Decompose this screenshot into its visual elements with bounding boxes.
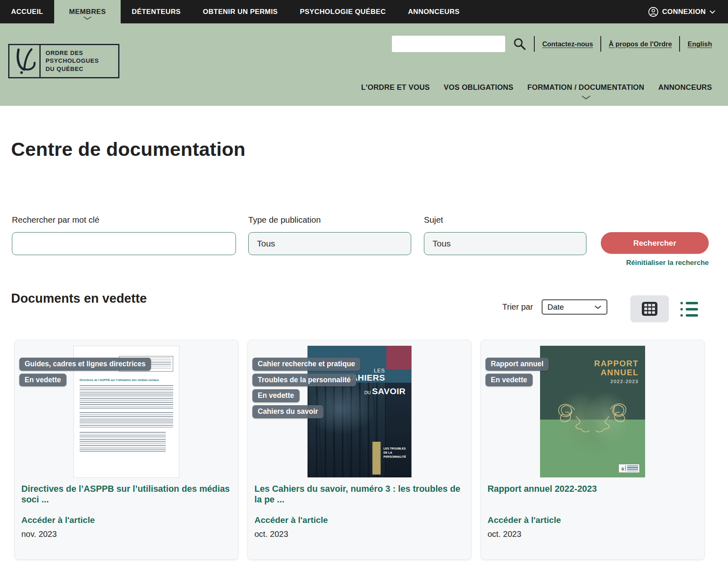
chevron-down-icon xyxy=(709,10,716,14)
access-article-link[interactable]: Accéder à l'article xyxy=(254,515,328,525)
cover-subtitle: LES TROUBLES DE LA PERSONNALITÉ xyxy=(384,447,409,459)
keyword-label: Rechercher par mot clé xyxy=(12,215,99,225)
cover-image-rapport-annuel: RAPPORT ANNUEL 2022-2023 ψ xyxy=(540,346,645,477)
type-select-value: Tous xyxy=(257,239,275,249)
chevron-down-icon xyxy=(83,14,92,22)
tag-badge: Guides, cadres et lignes directrices xyxy=(19,358,151,371)
document-card-cahiers-du-savoir[interactable]: LES CAHIERS DUSAVOIR LES TROUBLES DE LA … xyxy=(247,340,472,560)
subject-select[interactable]: Tous xyxy=(424,232,586,255)
site-header: ORDRE DES PSYCHOLOGUES DU QUÉBEC Contact… xyxy=(0,23,728,106)
keyword-input[interactable] xyxy=(12,232,236,255)
card-date: oct. 2023 xyxy=(488,529,521,539)
logo-line-3: DU QUÉBEC xyxy=(46,65,118,73)
tag-badge: En vedette xyxy=(485,374,533,387)
document-card-rapport-annuel[interactable]: RAPPORT ANNUEL 2022-2023 ψ Rapport annue… xyxy=(481,340,705,560)
page: ACCUEIL MEMBRES DÉTENTEURS OBTENIR UN PE… xyxy=(0,0,728,566)
reset-search-link[interactable]: Réinitialiser la recherche xyxy=(626,259,709,267)
type-select[interactable]: Tous xyxy=(248,232,411,255)
document-cover: RAPPORT ANNUEL 2022-2023 ψ xyxy=(540,346,645,477)
nav-vos-obligations[interactable]: VOS OBLIGATIONS xyxy=(444,83,513,103)
contact-link[interactable]: Contactez-nous xyxy=(542,40,593,48)
nav-ordre-et-vous[interactable]: L'ORDRE ET VOUS xyxy=(361,83,430,103)
access-article-link[interactable]: Accéder à l'article xyxy=(21,515,95,525)
card-date: nov. 2023 xyxy=(21,529,57,539)
sort-select[interactable]: Date xyxy=(542,299,607,315)
tag-badge: Rapport annuel xyxy=(485,358,549,371)
top-bar: ACCUEIL MEMBRES DÉTENTEURS OBTENIR UN PE… xyxy=(0,0,728,23)
card-tags: Cahier recherche et pratique Troubles de… xyxy=(252,358,360,418)
about-link[interactable]: À propos de l'Ordre xyxy=(609,40,672,48)
subject-label: Sujet xyxy=(424,215,443,225)
cover-text-lines xyxy=(80,385,173,409)
type-label: Type de publication xyxy=(248,215,321,225)
opq-mini-logo: ψ xyxy=(619,464,639,472)
card-date: oct. 2023 xyxy=(254,529,288,539)
top-nav-obtenir-permis[interactable]: OBTENIR UN PERMIS xyxy=(192,0,288,23)
header-search-input[interactable] xyxy=(392,36,505,52)
tag-badge: Cahier recherche et pratique xyxy=(252,358,360,371)
list-view-button[interactable] xyxy=(680,302,699,317)
top-nav-accueil[interactable]: ACCUEIL xyxy=(11,0,54,23)
top-nav-membres-active-tab[interactable]: MEMBRES xyxy=(54,0,121,23)
featured-heading: Documents en vedette xyxy=(11,291,147,306)
tag-badge: En vedette xyxy=(252,389,300,402)
top-nav-detenteurs[interactable]: DÉTENTEURS xyxy=(121,0,192,23)
document-card-directives-asppb[interactable]: Directives de l’ASPPB sur l’utilisation … xyxy=(14,340,238,560)
top-nav: ACCUEIL MEMBRES DÉTENTEURS OBTENIR UN PE… xyxy=(0,0,471,23)
tag-badge: Cahiers du savoir xyxy=(252,405,323,418)
grid-view-icon xyxy=(642,302,657,316)
opq-logo-text: ORDRE DES PSYCHOLOGUES DU QUÉBEC xyxy=(41,45,118,77)
cover-gold-strip xyxy=(373,442,381,475)
opq-logo[interactable]: ORDRE DES PSYCHOLOGUES DU QUÉBEC xyxy=(8,44,119,78)
divider xyxy=(534,36,535,52)
divider xyxy=(679,36,680,52)
sort-select-value: Date xyxy=(547,303,564,312)
search-icon[interactable] xyxy=(513,37,527,51)
grid-view-button[interactable] xyxy=(630,295,669,322)
nav-formation-label: FORMATION / DOCUMENTATION xyxy=(527,83,644,91)
header-utility-row: Contactez-nous À propos de l'Ordre Engli… xyxy=(392,36,712,52)
subject-select-value: Tous xyxy=(433,239,451,249)
card-tags: Guides, cadres et lignes directrices En … xyxy=(19,358,151,386)
top-nav-annonceurs[interactable]: ANNONCEURS xyxy=(397,0,471,23)
page-title: Centre de documentation xyxy=(11,138,245,160)
chevron-down-icon xyxy=(594,305,602,309)
logo-line-2: PSYCHOLOGUES xyxy=(46,57,118,65)
connexion-button[interactable]: CONNEXION xyxy=(648,0,728,23)
featured-cards: Directives de l’ASPPB sur l’utilisation … xyxy=(14,340,705,560)
search-button[interactable]: Rechercher xyxy=(601,232,709,254)
person-icon xyxy=(648,7,659,17)
header-nav: L'ORDRE ET VOUS VOS OBLIGATIONS FORMATIO… xyxy=(361,83,712,103)
cover-report-title: RAPPORT ANNUEL 2022-2023 xyxy=(594,359,639,384)
tag-badge: Troubles de la personnalité xyxy=(252,374,356,387)
opq-logo-glyph-icon xyxy=(9,45,41,77)
language-toggle-english[interactable]: English xyxy=(687,40,712,48)
chevron-down-icon xyxy=(581,93,591,102)
list-view-icon xyxy=(680,302,699,304)
card-title-link[interactable]: Les Cahiers du savoir, numéro 3 : les tr… xyxy=(254,484,465,505)
access-article-link[interactable]: Accéder à l'article xyxy=(488,515,561,525)
tag-badge: En vedette xyxy=(19,374,66,387)
sort-label: Trier par xyxy=(502,302,533,312)
top-nav-psychologie-quebec[interactable]: PSYCHOLOGIE QUÉBEC xyxy=(289,0,397,23)
logo-line-1: ORDRE DES xyxy=(46,49,118,57)
cover-line-art-faces xyxy=(551,396,634,445)
connexion-label: CONNEXION xyxy=(662,8,706,16)
card-title-link[interactable]: Rapport annuel 2022-2023 xyxy=(488,484,698,494)
nav-annonceurs[interactable]: ANNONCEURS xyxy=(658,83,712,103)
divider xyxy=(600,36,601,52)
card-title-link[interactable]: Directives de l’ASPPB sur l’utilisation … xyxy=(21,484,231,505)
nav-formation-documentation[interactable]: FORMATION / DOCUMENTATION xyxy=(527,83,644,103)
card-tags: Rapport annuel En vedette xyxy=(485,358,549,386)
